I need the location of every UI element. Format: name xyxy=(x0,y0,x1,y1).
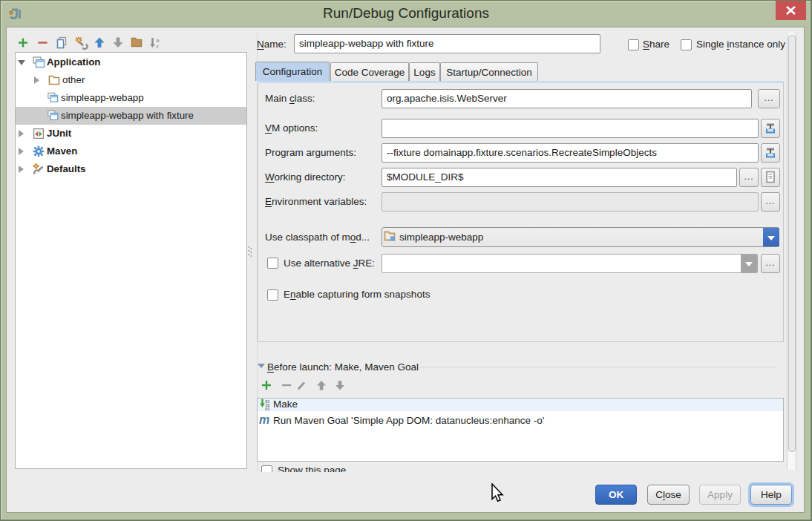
svg-text:z: z xyxy=(156,43,159,50)
svg-text:01: 01 xyxy=(265,407,269,411)
